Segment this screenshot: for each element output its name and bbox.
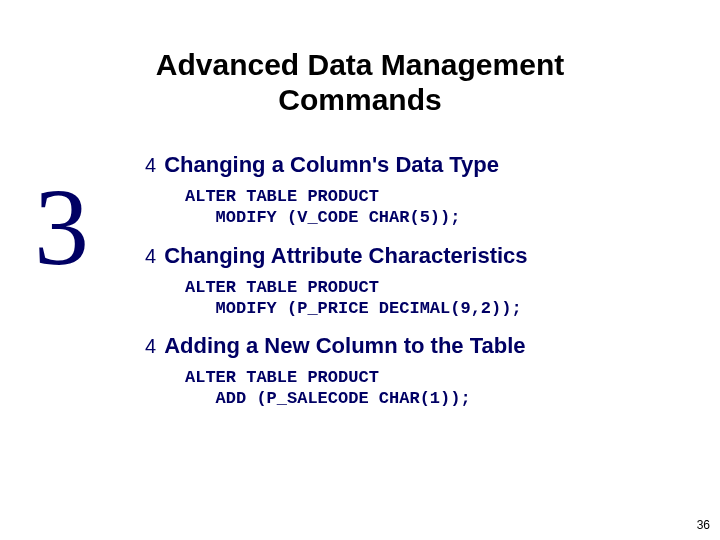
slide-title: Advanced Data ManagementCommands [0,48,720,117]
bullet-item: 4 Adding a New Column to the Table [145,333,685,359]
code-block: ALTER TABLE PRODUCT MODIFY (P_PRICE DECI… [185,277,685,320]
code-block: ALTER TABLE PRODUCT MODIFY (V_CODE CHAR(… [185,186,685,229]
slide: Advanced Data ManagementCommands 3 4 Cha… [0,0,720,540]
chapter-number: 3 [34,172,89,282]
bullet-text: Changing Attribute Characteristics [164,243,527,269]
bullet-icon: 4 [145,243,156,269]
code-block: ALTER TABLE PRODUCT ADD (P_SALECODE CHAR… [185,367,685,410]
bullet-icon: 4 [145,152,156,178]
content-area: 4 Changing a Column's Data Type ALTER TA… [145,150,685,424]
bullet-text: Adding a New Column to the Table [164,333,525,359]
page-number: 36 [697,518,710,532]
bullet-icon: 4 [145,333,156,359]
bullet-text: Changing a Column's Data Type [164,152,499,178]
bullet-item: 4 Changing Attribute Characteristics [145,243,685,269]
bullet-item: 4 Changing a Column's Data Type [145,152,685,178]
